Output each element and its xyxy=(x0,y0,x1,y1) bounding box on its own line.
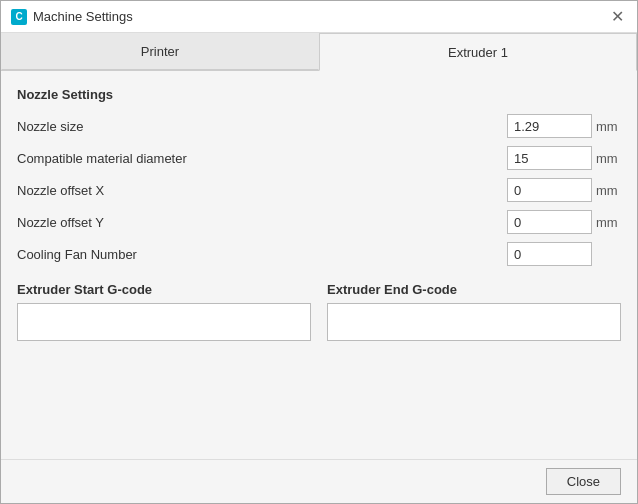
nozzle-offset-y-label: Nozzle offset Y xyxy=(17,215,507,230)
material-diameter-input-group: mm xyxy=(507,146,621,170)
nozzle-offset-x-input[interactable] xyxy=(507,178,592,202)
title-bar-left: Machine Settings xyxy=(11,9,133,25)
title-bar: Machine Settings ✕ xyxy=(1,1,637,33)
material-diameter-label: Compatible material diameter xyxy=(17,151,507,166)
material-diameter-unit: mm xyxy=(596,151,621,166)
nozzle-offset-x-unit: mm xyxy=(596,183,621,198)
window-close-button[interactable]: ✕ xyxy=(607,7,627,27)
footer: Close xyxy=(1,459,637,503)
machine-settings-window: Machine Settings ✕ Printer Extruder 1 No… xyxy=(0,0,638,504)
cooling-fan-input[interactable] xyxy=(507,242,592,266)
start-gcode-title: Extruder Start G-code xyxy=(17,282,311,297)
nozzle-offset-y-input-group: mm xyxy=(507,210,621,234)
nozzle-offset-x-row: Nozzle offset X mm xyxy=(17,178,621,202)
cooling-fan-input-group xyxy=(507,242,621,266)
start-gcode-block: Extruder Start G-code xyxy=(17,282,311,341)
close-button[interactable]: Close xyxy=(546,468,621,495)
start-gcode-textarea[interactable] xyxy=(17,303,311,341)
nozzle-offset-y-input[interactable] xyxy=(507,210,592,234)
tab-printer[interactable]: Printer xyxy=(1,33,319,70)
window-title: Machine Settings xyxy=(33,9,133,24)
gcode-section: Extruder Start G-code Extruder End G-cod… xyxy=(17,282,621,341)
cooling-fan-row: Cooling Fan Number xyxy=(17,242,621,266)
end-gcode-block: Extruder End G-code xyxy=(327,282,621,341)
material-diameter-row: Compatible material diameter mm xyxy=(17,146,621,170)
nozzle-settings-title: Nozzle Settings xyxy=(17,87,621,102)
nozzle-size-row: Nozzle size mm xyxy=(17,114,621,138)
nozzle-size-label: Nozzle size xyxy=(17,119,507,134)
nozzle-offset-y-unit: mm xyxy=(596,215,621,230)
tab-extruder1[interactable]: Extruder 1 xyxy=(319,33,637,71)
end-gcode-title: Extruder End G-code xyxy=(327,282,621,297)
material-diameter-input[interactable] xyxy=(507,146,592,170)
nozzle-size-unit: mm xyxy=(596,119,621,134)
nozzle-size-input-group: mm xyxy=(507,114,621,138)
app-icon xyxy=(11,9,27,25)
end-gcode-textarea[interactable] xyxy=(327,303,621,341)
nozzle-offset-x-label: Nozzle offset X xyxy=(17,183,507,198)
nozzle-size-input[interactable] xyxy=(507,114,592,138)
nozzle-offset-y-row: Nozzle offset Y mm xyxy=(17,210,621,234)
tab-bar: Printer Extruder 1 xyxy=(1,33,637,71)
content-area: Nozzle Settings Nozzle size mm Compatibl… xyxy=(1,71,637,459)
nozzle-offset-x-input-group: mm xyxy=(507,178,621,202)
cooling-fan-label: Cooling Fan Number xyxy=(17,247,507,262)
